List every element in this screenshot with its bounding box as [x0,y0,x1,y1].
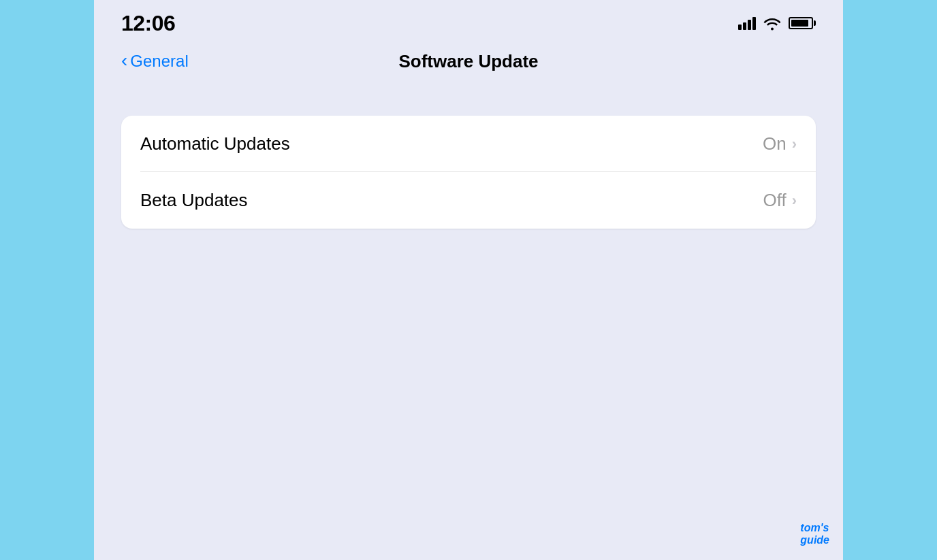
beta-updates-chevron-icon: › [792,192,797,210]
battery-cap [814,20,816,26]
signal-bar-3 [748,20,751,30]
signal-bar-2 [743,22,746,30]
beta-updates-label: Beta Updates [140,190,248,211]
settings-group: Automatic Updates On › Beta Updates Off … [121,116,816,229]
watermark-line2: guide [800,534,829,546]
automatic-updates-label: Automatic Updates [140,133,290,154]
phone-screen: 12:06 [94,0,843,560]
automatic-updates-row[interactable]: Automatic Updates On › [121,116,816,172]
back-button[interactable]: ‹ General [121,52,189,71]
page-title: Software Update [398,51,538,72]
status-time: 12:06 [121,11,175,36]
signal-bar-1 [738,24,742,30]
battery-icon [789,17,816,29]
back-label: General [130,52,188,71]
status-icons [738,16,816,31]
watermark-line1: tom's [800,522,829,534]
automatic-updates-chevron-icon: › [792,135,797,153]
content-area: Automatic Updates On › Beta Updates Off … [94,88,843,560]
status-bar: 12:06 [94,0,843,41]
back-chevron-icon: ‹ [121,51,127,70]
signal-icon [738,16,756,30]
wifi-icon [763,16,782,31]
battery-fill [791,20,808,27]
signal-bar-4 [752,17,756,30]
automatic-updates-value: On [763,133,787,154]
beta-updates-right: Off › [763,190,797,211]
battery-body [789,17,813,29]
beta-updates-row[interactable]: Beta Updates Off › [121,172,816,229]
watermark: tom's guide [800,522,829,546]
nav-bar: ‹ General Software Update [94,41,843,88]
automatic-updates-right: On › [763,133,797,154]
beta-updates-value: Off [763,190,786,211]
